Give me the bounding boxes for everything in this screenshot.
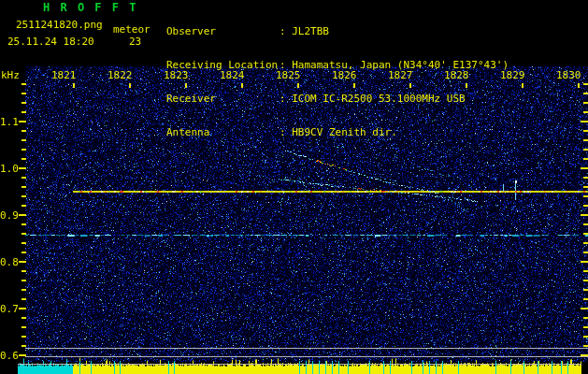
y-tick-label: 0.7	[0, 303, 18, 315]
echo-count: 23	[129, 36, 141, 48]
info-separator: :	[280, 93, 292, 105]
info-separator: :	[280, 25, 292, 37]
info-label: Observer	[166, 26, 280, 37]
observation-mode: meteor	[113, 23, 151, 36]
info-label: Antenna	[166, 127, 280, 138]
info-value: HB9CV Zenith dir.	[292, 126, 397, 138]
app-title: H R O F F T	[43, 1, 137, 14]
y-tick-label: 1.0	[0, 163, 18, 175]
y-axis-unit: kHz	[1, 69, 20, 81]
x-tick-label: 1821	[51, 69, 76, 81]
y-tick-label: 0.9	[0, 209, 18, 222]
y-tick-label: 0.6	[0, 350, 18, 362]
info-value: ICOM IC-R2500 53.1000MHz USB	[292, 93, 465, 105]
x-tick-label: 1823	[164, 69, 188, 81]
station-info: Observer: JL2TBB Receiving Location: Ham…	[166, 4, 509, 161]
hrofft-screen: H R O F F T 2511241820.png meteor 25.11.…	[0, 0, 588, 374]
x-tick-label: 1827	[388, 69, 412, 81]
x-tick-label: 1829	[500, 69, 524, 81]
y-tick-label: 1.1	[0, 116, 18, 128]
datetime-label: 25.11.24 18:20	[7, 36, 94, 48]
x-tick-label: 1826	[332, 69, 356, 81]
info-row-antenna: Antenna: HB9CV Zenith dir.	[166, 127, 509, 138]
x-tick-label: 1828	[444, 69, 468, 81]
x-tick-label: 1825	[276, 69, 300, 81]
output-filename: 2511241820.png	[16, 19, 103, 31]
x-tick-label: 1824	[220, 69, 244, 81]
info-row-receiver: Receiver: ICOM IC-R2500 53.1000MHz USB	[166, 94, 509, 105]
info-value: JL2TBB	[292, 25, 329, 37]
x-tick-label: 1830	[556, 69, 581, 81]
info-label: Receiver	[166, 94, 280, 105]
x-tick-label: 1822	[108, 69, 132, 81]
y-tick-label: 0.8	[0, 256, 18, 268]
info-separator: :	[280, 126, 292, 138]
info-row-observer: Observer: JL2TBB	[166, 26, 509, 37]
